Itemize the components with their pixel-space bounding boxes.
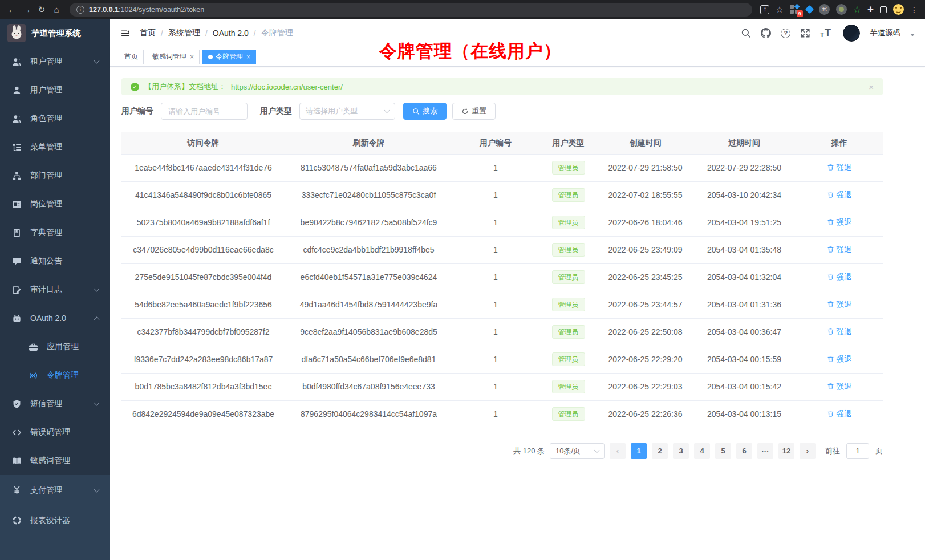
page-number-button[interactable]: 5 <box>715 443 731 459</box>
username-label[interactable]: 芋道源码 <box>870 28 900 38</box>
sidebar-collapse-button[interactable] <box>110 19 140 47</box>
font-size-icon[interactable]: TT <box>820 28 831 38</box>
bookmark-star-icon[interactable]: ☆ <box>776 5 783 15</box>
sidebar-item[interactable]: 部门管理 <box>0 161 110 190</box>
access-token-cell: 6d842e2924594de9a09e45e087323abe <box>121 400 285 428</box>
extensions-puzzle-icon[interactable]: ✚ <box>867 5 874 14</box>
view-tab[interactable]: 敏感词管理 × <box>147 50 200 64</box>
force-logout-button[interactable]: 强退 <box>827 217 852 228</box>
doc-link[interactable]: https://doc.iocoder.cn/user-center/ <box>231 83 343 91</box>
sidebar-item[interactable]: 用户管理 <box>0 76 110 104</box>
breadcrumb-separator: / <box>254 29 256 38</box>
extension-icon-badged[interactable]: 9 <box>790 5 800 15</box>
share-icon[interactable]: ↑ <box>760 5 769 14</box>
browser-reload-button[interactable]: ↻ <box>34 2 49 17</box>
browser-menu-icon[interactable]: ⋮ <box>910 5 918 14</box>
col-header-refresh-token: 刷新令牌 <box>285 132 452 154</box>
dot-extension-icon[interactable] <box>836 4 847 15</box>
close-icon[interactable]: × <box>246 53 250 61</box>
browser-forward-button[interactable]: → <box>19 2 34 17</box>
gem-extension-icon[interactable] <box>805 5 814 14</box>
browser-home-button[interactable]: ⌂ <box>49 2 64 17</box>
sidebar-item[interactable]: 岗位管理 <box>0 190 110 218</box>
sidebar-item[interactable]: 支付管理 <box>0 475 110 505</box>
page-number-button[interactable]: ··· <box>757 443 773 459</box>
force-logout-button[interactable]: 强退 <box>827 272 852 282</box>
sidebar-item[interactable]: 报表设计器 <box>0 505 110 535</box>
created-time-cell: 2022-07-29 21:58:50 <box>598 154 693 181</box>
page-number-button[interactable]: 2 <box>652 443 668 459</box>
sidebar-item-label: 敏感词管理 <box>30 456 101 466</box>
sidebar-item[interactable]: 错误码管理 <box>0 418 110 447</box>
pagination: 共 120 条 10条/页 ‹ 1 2 3 4 5 6 <box>121 443 883 459</box>
success-check-icon: ✓ <box>131 83 139 91</box>
reset-button[interactable]: 重置 <box>452 103 496 120</box>
col-header-created: 创建时间 <box>598 132 693 154</box>
alert-close-icon[interactable]: × <box>869 82 874 92</box>
force-logout-button[interactable]: 强退 <box>827 382 852 392</box>
user-type-select[interactable]: 请选择用户类型 <box>299 103 395 120</box>
expire-time-cell: 2054-03-04 01:32:04 <box>693 263 796 291</box>
sidebar-menu: 租户管理 用户管理 角色管理 菜单管理 <box>0 47 110 475</box>
force-logout-button[interactable]: 强退 <box>827 299 852 310</box>
page-info-icon[interactable]: i <box>76 6 84 14</box>
sidebar-item[interactable]: 字典管理 <box>0 218 110 247</box>
help-icon[interactable]: ? <box>781 29 790 38</box>
page-number-button[interactable]: 6 <box>736 443 752 459</box>
star-extension-icon[interactable]: ☆ <box>853 4 861 15</box>
menu-icon <box>12 86 22 95</box>
force-logout-button[interactable]: 强退 <box>827 190 852 200</box>
user-type-badge: 管理员 <box>552 216 585 229</box>
view-tab[interactable]: 令牌管理 × <box>202 50 256 64</box>
page-number-button[interactable]: 3 <box>673 443 689 459</box>
goto-page-input[interactable] <box>846 443 869 459</box>
user-avatar[interactable] <box>843 25 860 42</box>
search-icon[interactable] <box>741 28 751 38</box>
view-tab-label: 敏感词管理 <box>152 52 186 62</box>
page-size-select[interactable]: 10条/页 <box>550 443 605 459</box>
breadcrumb-oauth[interactable]: OAuth 2.0 <box>213 29 249 38</box>
menu-icon <box>12 114 22 124</box>
force-logout-button[interactable]: 强退 <box>827 163 852 173</box>
address-bar[interactable]: i 127.0.0.1:1024/system/oauth2/token <box>70 3 752 17</box>
expire-time-cell: 2022-07-29 22:28:50 <box>693 154 796 181</box>
force-logout-button[interactable]: 强退 <box>827 409 852 419</box>
access-token-cell: c347026e805e4d99b0d116eae66eda8c <box>121 236 285 263</box>
fullscreen-icon[interactable] <box>800 28 810 38</box>
user-type-badge: 管理员 <box>552 243 585 257</box>
sidebar-item[interactable]: 应用管理 <box>0 332 110 361</box>
page-number-button[interactable]: 1 <box>631 443 647 459</box>
force-logout-button[interactable]: 强退 <box>827 354 852 364</box>
next-page-button[interactable]: › <box>800 443 816 459</box>
search-button[interactable]: 搜索 <box>403 103 447 120</box>
user-id-input[interactable] <box>161 103 248 120</box>
sidebar-item[interactable]: 审计日志 <box>0 275 110 304</box>
force-logout-button[interactable]: 强退 <box>827 327 852 337</box>
user-dropdown-caret[interactable] <box>910 34 915 36</box>
sidebar-item[interactable]: 菜单管理 <box>0 133 110 161</box>
profile-avatar-icon[interactable] <box>893 4 904 15</box>
browser-back-button[interactable]: ← <box>5 2 19 17</box>
sidebar-item[interactable]: 敏感词管理 <box>0 447 110 475</box>
prev-page-button[interactable]: ‹ <box>610 443 626 459</box>
github-icon[interactable] <box>761 28 771 38</box>
breadcrumb-home[interactable]: 首页 <box>140 28 156 38</box>
col-header-user-id: 用户编号 <box>452 132 539 154</box>
sidebar-item[interactable]: OAuth 2.0 <box>0 304 110 332</box>
breadcrumb-system[interactable]: 系统管理 <box>168 28 200 38</box>
sidebar-item-label: 字典管理 <box>30 228 101 238</box>
sidebar-item[interactable]: 角色管理 <box>0 104 110 133</box>
sidebar-item[interactable]: 租户管理 <box>0 47 110 76</box>
close-icon[interactable]: × <box>190 53 194 61</box>
view-tab[interactable]: 首页 <box>119 50 144 64</box>
command-extension-icon[interactable]: ⌘ <box>819 4 830 15</box>
sidebar-item[interactable]: 短信管理 <box>0 389 110 418</box>
app-logo-bar[interactable]: 芋道管理系统 <box>0 19 110 47</box>
page-number-button[interactable]: 4 <box>694 443 710 459</box>
page-number-button[interactable]: 12 <box>778 443 794 459</box>
force-logout-button[interactable]: 强退 <box>827 245 852 255</box>
sidebar-item[interactable]: 令牌管理 <box>0 361 110 389</box>
tab-group-icon[interactable] <box>880 6 887 13</box>
user-type-placeholder: 请选择用户类型 <box>306 106 358 116</box>
sidebar-item[interactable]: 通知公告 <box>0 247 110 275</box>
